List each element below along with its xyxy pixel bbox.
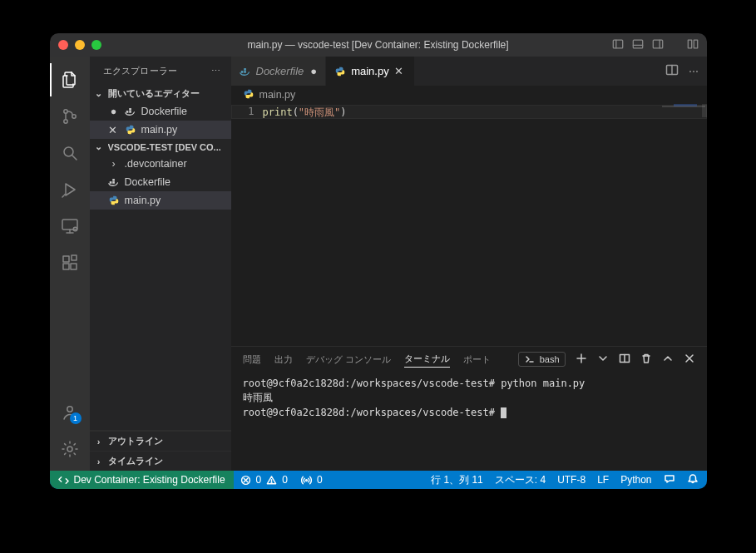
svg-line-12 — [72, 156, 77, 160]
status-errors: 0 — [256, 474, 262, 486]
svg-rect-25 — [126, 111, 128, 113]
panel-tab-ports[interactable]: ポート — [463, 352, 491, 368]
close-window-icon[interactable] — [58, 40, 68, 50]
code-token-func: print — [263, 106, 293, 118]
minimap[interactable] — [657, 104, 707, 346]
docker-icon — [108, 176, 120, 188]
tree-file[interactable]: Dockerfile — [90, 173, 231, 191]
close-icon[interactable]: ✕ — [394, 65, 406, 77]
chevron-down-icon[interactable] — [597, 353, 609, 366]
feedback-icon[interactable] — [664, 473, 675, 487]
panel-tabs: 問題 出力 デバッグ コンソール ターミナル ポート bash — [231, 347, 707, 372]
status-ports[interactable]: 0 — [294, 471, 329, 489]
trash-icon[interactable] — [640, 353, 652, 366]
activity-accounts[interactable]: 1 — [50, 396, 90, 429]
more-icon[interactable]: ⋯ — [689, 66, 699, 77]
svg-rect-4 — [653, 40, 662, 48]
panel-tab-terminal[interactable]: ターミナル — [404, 351, 450, 368]
svg-rect-15 — [62, 220, 77, 230]
svg-rect-30 — [112, 179, 115, 181]
tree-label: main.py — [125, 195, 161, 206]
open-editor-name: main.py — [141, 124, 178, 136]
svg-rect-32 — [244, 71, 246, 73]
panel-tab-problems[interactable]: 問題 — [243, 352, 261, 368]
status-ports-count: 0 — [317, 474, 323, 486]
python-icon — [108, 195, 120, 206]
tab-main-py[interactable]: main.py ✕ — [326, 57, 415, 86]
status-problems[interactable]: 0 0 — [234, 471, 294, 489]
chevron-up-icon[interactable] — [662, 353, 674, 366]
open-editors-header[interactable]: ⌄ 開いているエディター — [90, 85, 231, 102]
timeline-label: タイムライン — [108, 455, 163, 467]
terminal-shell-selector[interactable]: bash — [518, 352, 566, 367]
timeline-section[interactable]: ›タイムライン — [90, 451, 231, 471]
python-icon — [125, 124, 136, 136]
tree-folder[interactable]: › .devcontainer — [90, 155, 231, 173]
open-editor-name: Dockerfile — [141, 106, 188, 117]
close-icon[interactable]: ✕ — [108, 124, 120, 136]
status-lncol[interactable]: 行 1、列 11 — [431, 473, 483, 487]
chevron-down-icon: ⌄ — [93, 141, 105, 152]
accounts-badge: 1 — [70, 412, 82, 424]
tree-file[interactable]: main.py — [90, 191, 231, 210]
activity-bar: 1 — [50, 57, 90, 471]
customize-layout-icon[interactable] — [687, 38, 699, 52]
close-panel-icon[interactable] — [684, 353, 695, 366]
editor-actions: ⋯ — [657, 57, 707, 86]
activity-settings[interactable] — [50, 432, 90, 466]
folder-header[interactable]: ⌄ VSCODE-TEST [DEV CO... — [90, 139, 231, 155]
new-terminal-icon[interactable] — [576, 353, 587, 366]
layout-left-icon[interactable] — [612, 38, 624, 52]
minimize-window-icon[interactable] — [75, 40, 85, 50]
tree-label: .devcontainer — [125, 158, 187, 170]
svg-rect-27 — [129, 108, 131, 111]
layout-right-icon[interactable] — [652, 38, 664, 52]
status-warnings: 0 — [282, 474, 288, 486]
code-token-open: ( — [293, 106, 299, 118]
breadcrumb-label: main.py — [259, 89, 296, 101]
split-editor-icon[interactable] — [665, 63, 679, 79]
notifications-icon[interactable] — [687, 473, 699, 487]
layout-bottom-icon[interactable] — [632, 38, 644, 52]
activity-remote-explorer[interactable] — [50, 210, 90, 243]
activity-search[interactable] — [50, 136, 90, 170]
tab-modified-icon: ● — [310, 65, 317, 77]
activity-source-control[interactable] — [50, 100, 90, 133]
terminal-cursor — [501, 407, 506, 418]
status-bar: Dev Container: Existing Dockerfile 0 0 0… — [50, 471, 707, 489]
open-editors-label: 開いているエディター — [108, 87, 200, 100]
activity-run-debug[interactable] — [50, 173, 90, 206]
code-editor[interactable]: 1 print("時雨風") — [231, 104, 707, 346]
zoom-window-icon[interactable] — [91, 40, 101, 50]
status-language[interactable]: Python — [620, 474, 651, 486]
svg-rect-28 — [109, 181, 111, 184]
sidebar-title: エクスプローラー — [103, 65, 178, 77]
tab-label: Dockerfile — [256, 65, 304, 77]
svg-rect-22 — [72, 255, 77, 260]
panel-tab-debug-console[interactable]: デバッグ コンソール — [306, 352, 391, 368]
terminal-output[interactable]: root@9cf0a2c1828d:/workspaces/vscode-tes… — [231, 372, 707, 471]
breadcrumb[interactable]: main.py — [231, 86, 707, 104]
split-terminal-icon[interactable] — [619, 353, 630, 366]
open-editor-item[interactable]: ● Dockerfile — [90, 102, 231, 121]
status-remote-label: Dev Container: Existing Dockerfile — [74, 474, 225, 486]
outline-section[interactable]: ›アウトライン — [90, 431, 231, 451]
activity-explorer[interactable] — [50, 63, 90, 96]
tab-dockerfile[interactable]: Dockerfile ● — [231, 57, 327, 86]
vscode-window: main.py — vscode-test [Dev Container: Ex… — [50, 33, 707, 489]
traffic-lights — [58, 40, 101, 50]
svg-rect-33 — [244, 68, 246, 71]
svg-rect-19 — [63, 256, 69, 262]
status-remote[interactable]: Dev Container: Existing Dockerfile — [50, 471, 234, 489]
status-spaces[interactable]: スペース: 4 — [495, 473, 546, 487]
status-eol[interactable]: LF — [597, 474, 609, 486]
bottom-panel: 問題 出力 デバッグ コンソール ターミナル ポート bash — [231, 346, 707, 471]
sidebar-more-icon[interactable]: ⋯ — [211, 66, 220, 77]
status-encoding[interactable]: UTF-8 — [557, 474, 586, 486]
explorer-sidebar: エクスプローラー ⋯ ⌄ 開いているエディター ● Dockerfile ✕ m… — [90, 57, 231, 471]
editor-group: Dockerfile ● main.py ✕ ⋯ main.py — [231, 57, 707, 471]
open-editor-item[interactable]: ✕ main.py — [90, 121, 231, 139]
code-area[interactable]: print("時雨風") — [263, 104, 707, 346]
activity-extensions[interactable] — [50, 246, 90, 279]
panel-tab-output[interactable]: 出力 — [274, 352, 293, 368]
